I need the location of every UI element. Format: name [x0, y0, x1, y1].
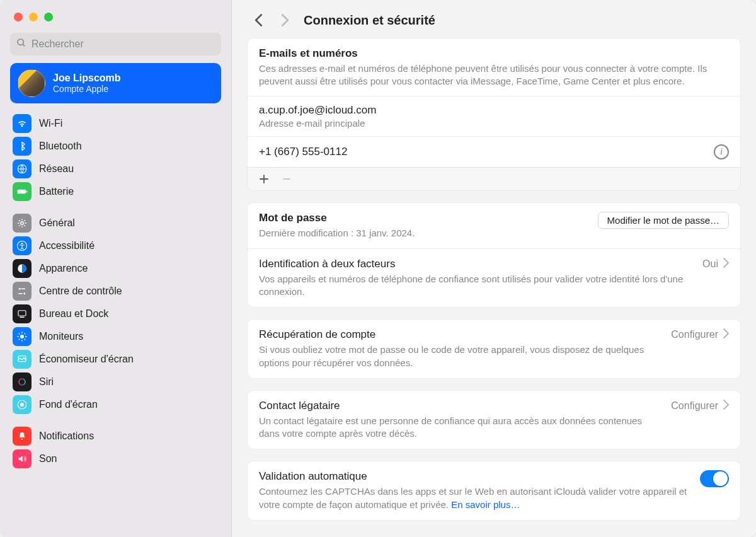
batterie-icon [13, 182, 32, 201]
sidebar-item-fond-d-cran[interactable]: Fond d'écran [10, 393, 221, 416]
search-input[interactable] [32, 38, 215, 50]
r-seau-icon [13, 159, 32, 178]
page-title: Connexion et sécurité [304, 13, 435, 28]
legacy-title: Contact légataire [259, 400, 661, 412]
autovalidate-title: Validation automatique [259, 470, 690, 483]
minimize-window-button[interactable] [29, 13, 38, 21]
phone-row[interactable]: +1 (667) 555-0112 i [248, 136, 740, 167]
svg-rect-3 [18, 190, 26, 194]
close-window-button[interactable] [14, 13, 23, 21]
sidebar-item-label: Bluetooth [39, 141, 82, 152]
svg-point-9 [19, 288, 21, 290]
sidebar-item-r-seau[interactable]: Réseau [10, 158, 221, 180]
two-factor-row[interactable]: Identification à deux facteurs Vos appar… [248, 248, 740, 308]
window-controls [0, 0, 231, 33]
moniteurs-icon [13, 327, 32, 346]
chevron-right-icon [723, 400, 729, 412]
sidebar-item-siri[interactable]: Siri [10, 371, 221, 393]
sidebar-item-label: Moniteurs [39, 331, 83, 342]
search-field[interactable] [10, 33, 221, 55]
account-card[interactable]: Joe Lipscomb Compte Apple [10, 63, 221, 103]
sidebar-item-label: Fond d'écran [39, 399, 98, 410]
sidebar-item-accessibilit-[interactable]: Accessibilité [10, 234, 221, 257]
sidebar-item-label: Accessibilité [39, 240, 94, 251]
search-icon [16, 38, 26, 50]
accessibilit--icon [13, 236, 32, 255]
svg-point-5 [21, 222, 24, 225]
svg-point-10 [23, 292, 25, 294]
sidebar-item-label: Général [39, 217, 75, 229]
svg-rect-12 [20, 317, 25, 318]
svg-rect-11 [18, 311, 26, 316]
sidebar-item-label: Centre de contrôle [39, 286, 122, 297]
forward-button[interactable] [277, 13, 292, 28]
twofa-title: Identification à deux facteurs [259, 258, 692, 270]
legacy-desc: Un contact légataire est une personne de… [259, 415, 661, 441]
avatar [18, 69, 45, 97]
password-panel: Mot de passe Dernière modification : 31 … [247, 202, 741, 308]
sidebar-item--conomiseur-d-cran[interactable]: Économiseur d'écran [10, 348, 221, 371]
svg-rect-4 [26, 190, 28, 192]
bureau-et-dock-icon [13, 304, 32, 323]
sidebar-item-centre-de-contr-le[interactable]: Centre de contrôle [10, 280, 221, 303]
chevron-right-icon [723, 328, 729, 341]
emails-title: E-mails et numéros [259, 47, 729, 60]
g-n-ral-icon [13, 214, 32, 233]
fullscreen-window-button[interactable] [44, 13, 53, 21]
autovalidate-desc: Contournez les CAPTCHAs dans les apps et… [259, 485, 690, 511]
sidebar-item-bureau-et-dock[interactable]: Bureau et Dock [10, 303, 221, 325]
add-remove-bar [248, 167, 740, 190]
sidebar-item-label: Batterie [39, 186, 74, 197]
legacy-panel[interactable]: Contact légataire Un contact légataire e… [247, 390, 741, 450]
autovalidate-toggle[interactable] [700, 470, 729, 487]
sidebar-item-bluetooth[interactable]: Bluetooth [10, 135, 221, 158]
password-desc: Dernière modification : 31 janv. 2024. [259, 227, 588, 240]
recovery-desc: Si vous oubliez votre mot de passe ou le… [259, 344, 661, 369]
-conomiseur-d-cran-icon [13, 350, 32, 369]
sidebar: Joe Lipscomb Compte Apple Wi-FiBluetooth… [0, 0, 232, 537]
back-button[interactable] [251, 13, 266, 28]
sidebar-item-apparence[interactable]: Apparence [10, 257, 221, 280]
recovery-title: Récupération de compte [259, 328, 661, 341]
svg-point-7 [21, 243, 23, 245]
legacy-action: Configurer [671, 400, 718, 412]
remove-button[interactable] [278, 171, 295, 187]
chevron-right-icon [723, 258, 729, 270]
sidebar-item-notifications[interactable]: Notifications [10, 425, 221, 448]
emails-panel: E-mails et numéros Ces adresses e-mail e… [247, 38, 741, 191]
sidebar-item-son[interactable]: Son [10, 448, 221, 470]
sidebar-item-label: Siri [39, 376, 54, 388]
sidebar-item-label: Réseau [39, 163, 74, 175]
twofa-desc: Vos appareils et numéros de téléphone de… [259, 273, 692, 299]
sidebar-item-label: Économiseur d'écran [39, 354, 134, 365]
recovery-panel[interactable]: Récupération de compte Si vous oubliez v… [247, 319, 741, 379]
learn-more-link[interactable]: En savoir plus… [451, 499, 520, 510]
notifications-icon [13, 427, 32, 446]
sidebar-item-moniteurs[interactable]: Moniteurs [10, 325, 221, 348]
email-label: Adresse e-mail principale [259, 118, 376, 129]
emails-desc: Ces adresses e-mail et numéros de téléph… [259, 62, 729, 88]
info-icon[interactable]: i [714, 144, 729, 159]
change-password-button[interactable]: Modifier le mot de passe… [598, 212, 729, 229]
email-value: a.cup.of.joe@icloud.com [259, 104, 376, 117]
svg-line-1 [23, 44, 25, 46]
fond-d-cran-icon [13, 395, 32, 414]
password-title: Mot de passe [259, 212, 588, 224]
sidebar-item-g-n-ral[interactable]: Général [10, 212, 221, 234]
account-name: Joe Lipscomb [53, 72, 121, 84]
sidebar-item-label: Apparence [39, 263, 88, 274]
email-row[interactable]: a.cup.of.joe@icloud.com Adresse e-mail p… [248, 96, 740, 136]
recovery-action: Configurer [671, 329, 718, 340]
settings-window: Joe Lipscomb Compte Apple Wi-FiBluetooth… [0, 0, 756, 537]
sidebar-item-label: Son [39, 453, 57, 465]
sidebar-item-batterie[interactable]: Batterie [10, 180, 221, 203]
sidebar-item-label: Notifications [39, 430, 94, 442]
son-icon [13, 449, 32, 468]
bluetooth-icon [13, 137, 32, 156]
svg-point-0 [18, 39, 23, 45]
add-button[interactable] [255, 171, 273, 187]
account-subtitle: Compte Apple [53, 84, 121, 94]
siri-icon [13, 372, 32, 391]
apparence-icon [13, 259, 32, 278]
sidebar-item-wi-fi[interactable]: Wi-Fi [10, 112, 221, 135]
